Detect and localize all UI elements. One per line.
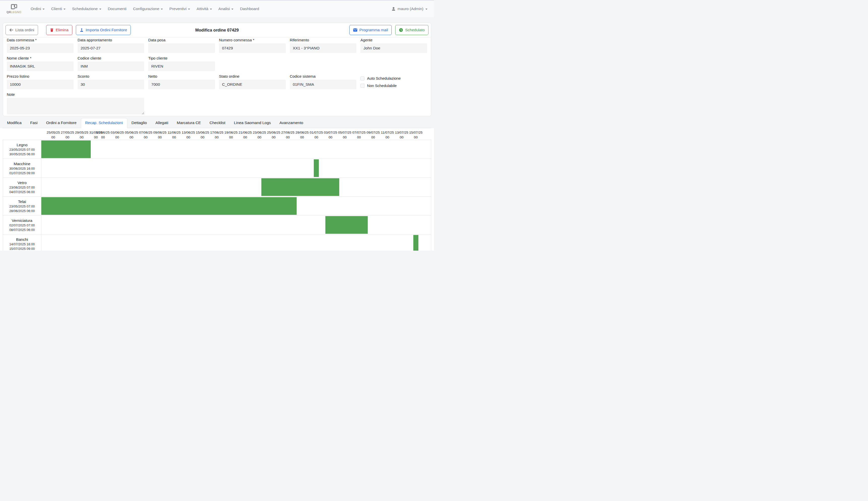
tab-marcatura-ce[interactable]: Marcatura CE <box>173 118 205 128</box>
axis-tick-date: 29/06/25 <box>295 130 309 135</box>
scheduled-status-button[interactable]: Schedulato <box>395 25 428 35</box>
tipo-cliente-input[interactable] <box>148 62 215 71</box>
delete-button[interactable]: Elimina <box>46 25 72 35</box>
gantt-row-track <box>41 197 431 215</box>
codice-cliente-input[interactable] <box>78 62 144 71</box>
codice-sistema-input[interactable] <box>290 80 357 89</box>
sconto-input[interactable] <box>78 80 144 89</box>
tab-ordini-a-fornitore[interactable]: Ordini a Fornitore <box>42 118 81 128</box>
gantt-row-track <box>41 178 431 196</box>
axis-tick: 29/05/2500 <box>75 130 88 140</box>
axis-tick-date: 21/06/25 <box>239 130 252 135</box>
data-approntamento-input[interactable] <box>78 43 144 53</box>
brand[interactable]: QRLEGNO <box>7 4 21 14</box>
tab-allegati[interactable]: Allegati <box>151 118 173 128</box>
form-row: Prezzo listinoScontoNettoStato ordineCod… <box>7 74 427 89</box>
prezzo-listino-input[interactable] <box>7 80 74 89</box>
nav-item-documenti[interactable]: Documenti <box>105 4 130 13</box>
phase-name: Verniciatura <box>12 218 33 223</box>
stato-ordine-input[interactable] <box>219 80 286 89</box>
nav-item-label: Ordini <box>31 7 41 11</box>
tab-recap-schedulazioni[interactable]: Recap. Schedulazioni <box>81 118 127 128</box>
gantt-bar-legno[interactable] <box>41 140 91 158</box>
axis-tick: 29/06/2500 <box>295 130 309 140</box>
checkbox-label: Auto Schedulazione <box>367 76 401 81</box>
nav-item-analisi[interactable]: Analisi <box>215 4 237 13</box>
phase-name: Legno <box>17 142 28 148</box>
chevron-down-icon <box>188 9 190 10</box>
field-codice-sistema: Codice sistema <box>290 74 357 89</box>
agente-input[interactable] <box>360 43 427 53</box>
axis-tick-date: 03/07/25 <box>324 130 337 135</box>
nav-item-dashboard[interactable]: Dashboard <box>237 4 262 13</box>
arrow-left-icon <box>9 28 13 32</box>
data-posa-input[interactable] <box>148 43 215 53</box>
nav-item-attivit[interactable]: Attività <box>193 4 215 13</box>
note-input[interactable] <box>7 98 144 115</box>
nav-item-label: Clienti <box>51 7 62 11</box>
netto-input[interactable] <box>148 80 215 89</box>
data-commessa-input[interactable] <box>7 43 74 53</box>
phase-start-datetime: 02/07/2025 07:00 <box>9 223 35 228</box>
phase-name: Macchine <box>14 161 30 167</box>
gantt-row-track <box>41 234 431 250</box>
field-numero-commessa: Numero commessa * <box>219 38 286 53</box>
schedule-mail-button[interactable]: Programma mail <box>349 25 392 35</box>
envelope-icon <box>353 28 357 32</box>
gantt-row-label: Macchine30/06/2025 16:0001/07/2025 09:00 <box>3 159 41 178</box>
gantt-bar-macchine[interactable] <box>314 159 319 177</box>
phase-start-datetime: 23/06/2025 07:00 <box>9 185 35 190</box>
user-menu[interactable]: mauro (Admin) <box>391 7 428 11</box>
gantt-bar-vetro[interactable] <box>261 178 339 196</box>
axis-tick-date: 05/07/25 <box>338 130 351 135</box>
auto-schedulazione-checkbox[interactable] <box>360 76 365 81</box>
axis-tick-date: 05/06/25 <box>125 130 138 135</box>
axis-tick: 21/06/2500 <box>239 130 252 140</box>
nav-item-configurazione[interactable]: Configurazione <box>130 4 166 13</box>
non-schedulabile-checkbox[interactable] <box>360 84 365 88</box>
field-netto: Netto <box>148 74 215 89</box>
axis-tick-hour: 00 <box>253 135 266 140</box>
axis-tick-date: 25/06/25 <box>267 130 280 135</box>
tab-checklist[interactable]: Checklist <box>205 118 230 128</box>
field-data-approntamento: Data approntamento <box>78 38 144 53</box>
nav-item-schedulazione[interactable]: Schedulazione <box>69 4 105 13</box>
gantt-bar-telai[interactable] <box>41 197 297 215</box>
field-sconto: Sconto <box>78 74 144 89</box>
chevron-down-icon <box>425 9 427 10</box>
tipo-cliente-label: Tipo cliente <box>148 56 215 60</box>
back-to-orders-button[interactable]: Lista ordini <box>6 25 38 35</box>
axis-tick: 07/06/2500 <box>139 130 152 140</box>
tab-avanzamento[interactable]: Avanzamento <box>275 118 308 128</box>
axis-tick-hour: 00 <box>75 135 88 140</box>
gantt-row-telai: Telai23/05/2025 07:0028/06/2025 06:00 <box>3 197 431 216</box>
axis-tick-hour: 00 <box>224 135 238 140</box>
chevron-down-icon <box>64 9 66 10</box>
tab-modifica[interactable]: Modifica <box>3 118 26 128</box>
axis-tick-date: 07/06/25 <box>139 130 152 135</box>
tab-dettaglio[interactable]: Dettaglio <box>127 118 151 128</box>
axis-tick-hour: 00 <box>125 135 138 140</box>
axis-tick-date: 01/06/25 <box>96 130 110 135</box>
riferimento-input[interactable] <box>290 43 357 53</box>
axis-tick: 01/07/2500 <box>310 130 323 140</box>
clock-icon <box>399 28 403 32</box>
nome-cliente-input[interactable] <box>7 62 74 71</box>
gantt-bar-banchi[interactable] <box>413 235 419 250</box>
numero-commessa-label: Numero commessa * <box>219 38 286 42</box>
checkbox-row-non-schedulabile: Non Schedulabile <box>360 84 427 88</box>
import-supplier-orders-button[interactable]: Importa Ordini Fornitore <box>76 25 131 35</box>
axis-tick-hour: 00 <box>47 135 60 140</box>
gantt-bar-verniciatura[interactable] <box>325 216 368 234</box>
tab-fasi[interactable]: Fasi <box>26 118 42 128</box>
user-label: mauro (Admin) <box>398 7 424 11</box>
axis-tick: 25/05/2500 <box>47 130 60 140</box>
gantt-panel: 25/05/250027/05/250029/05/250031/05/2500… <box>0 128 434 250</box>
phase-name: Telai <box>18 199 26 204</box>
nav-item-clienti[interactable]: Clienti <box>48 4 69 13</box>
tab-linea-saomand-logs[interactable]: Linea Saomand Logs <box>230 118 275 128</box>
axis-tick-date: 23/06/25 <box>253 130 266 135</box>
nav-item-ordini[interactable]: Ordini <box>28 4 48 13</box>
numero-commessa-input[interactable] <box>219 43 286 53</box>
nav-item-preventivi[interactable]: Preventivi <box>166 4 193 13</box>
